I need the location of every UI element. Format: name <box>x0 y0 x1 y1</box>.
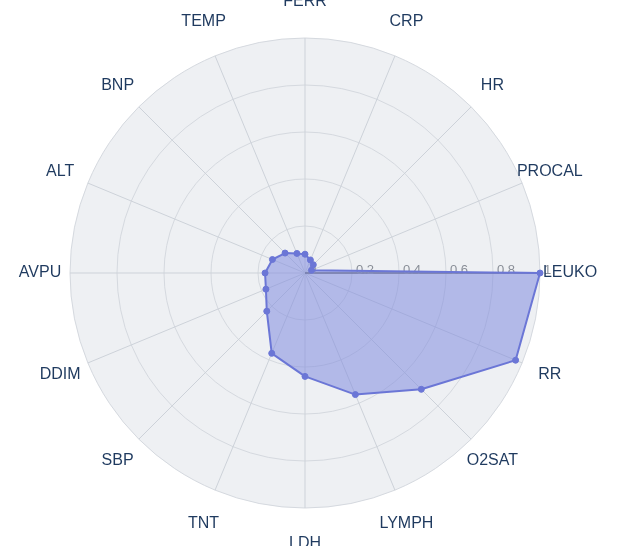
axis-label-rr: RR <box>538 365 561 382</box>
axis-label-lymph: LYMPH <box>379 514 433 531</box>
series-point <box>263 286 269 292</box>
series-point <box>264 308 270 314</box>
axis-label-avpu: AVPU <box>19 263 61 280</box>
series-point <box>282 250 288 256</box>
axis-label-bnp: BNP <box>101 76 134 93</box>
axis-label-o2sat: O2SAT <box>467 451 519 468</box>
series-point <box>302 373 308 379</box>
plot-area: 00.20.40.60.81LEUKORRO2SATLYMPHLDHTNTSBP… <box>19 0 597 546</box>
series-point <box>269 350 275 356</box>
axis-label-ddim: DDIM <box>40 365 81 382</box>
axis-label-temp: TEMP <box>181 12 225 29</box>
series-point <box>352 392 358 398</box>
series-point <box>309 267 315 273</box>
axis-label-hr: HR <box>481 76 504 93</box>
axis-label-ferr: FERR <box>283 0 327 9</box>
series-point <box>418 386 424 392</box>
axis-label-tnt: TNT <box>188 514 219 531</box>
series-point <box>294 250 300 256</box>
axis-label-procal: PROCAL <box>517 162 583 179</box>
series-point <box>269 257 275 263</box>
series-point <box>262 270 268 276</box>
axis-label-sbp: SBP <box>102 451 134 468</box>
radar-svg: 00.20.40.60.81LEUKORRO2SATLYMPHLDHTNTSBP… <box>0 0 640 546</box>
series-point <box>310 262 316 268</box>
series-point <box>513 357 519 363</box>
series-point <box>302 251 308 257</box>
axis-label-leuko: LEUKO <box>543 263 597 280</box>
series-point <box>537 270 543 276</box>
axis-label-crp: CRP <box>390 12 424 29</box>
radar-chart: 00.20.40.60.81LEUKORRO2SATLYMPHLDHTNTSBP… <box>0 0 640 546</box>
axis-label-ldh: LDH <box>289 534 321 546</box>
axis-label-alt: ALT <box>46 162 74 179</box>
